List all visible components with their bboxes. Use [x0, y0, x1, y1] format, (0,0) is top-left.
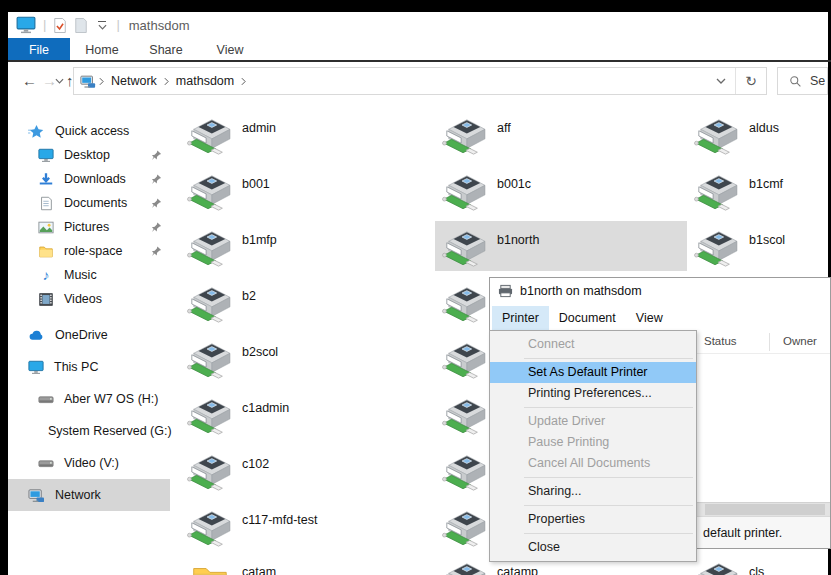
printer-dropdown-menu: Connect Set As Default Printer Printing … — [489, 330, 697, 562]
search-text: Se — [810, 74, 825, 88]
printer-tile[interactable]: admin — [180, 109, 432, 159]
tab-file[interactable]: File — [8, 38, 70, 62]
network-printer-icon — [441, 451, 487, 493]
refresh-icon[interactable]: ↻ — [736, 73, 766, 89]
recent-locations-chevron-icon[interactable] — [55, 78, 64, 84]
menu-separator — [524, 358, 693, 359]
sidebar-item-desktop[interactable]: Desktop — [8, 143, 170, 167]
pin-icon — [151, 246, 162, 257]
folder-tile[interactable]: catam — [180, 553, 432, 575]
menu-item-close[interactable]: Close — [490, 537, 696, 558]
breadcrumb-network[interactable]: Network — [107, 74, 161, 88]
folder-icon — [186, 559, 232, 575]
scrollbar-thumb[interactable] — [705, 504, 825, 515]
tab-view[interactable]: View — [198, 38, 262, 62]
sidebar-item-videos[interactable]: Videos — [8, 287, 170, 311]
printer-icon — [498, 284, 513, 298]
menu-item-printing-preferences[interactable]: Printing Preferences... — [490, 383, 696, 404]
hard-drive-icon — [38, 392, 54, 407]
downloads-icon — [38, 172, 54, 187]
printer-tile[interactable]: b1scol — [687, 221, 831, 271]
sidebar-item-aber-w7-os[interactable]: Aber W7 OS (H:) — [8, 383, 170, 415]
quick-access-star-icon — [28, 124, 45, 139]
back-button[interactable]: ← — [22, 62, 37, 98]
printer-tile[interactable]: b2scol — [180, 333, 432, 383]
address-row: ← → ↑ Network mathsdom ↻ Se — [8, 62, 828, 98]
sidebar-item-role-space[interactable]: role-space — [8, 239, 170, 263]
network-icon — [28, 488, 45, 503]
properties-quick-access-icon[interactable] — [53, 17, 67, 34]
sidebar-item-pictures[interactable]: Pictures — [8, 215, 170, 239]
onedrive-cloud-icon — [28, 328, 45, 343]
column-header-status[interactable]: Status — [704, 335, 737, 347]
pictures-icon — [38, 220, 54, 235]
sidebar-item-video-drive[interactable]: Video (V:) — [8, 447, 170, 479]
printer-tile[interactable]: b1cmf — [687, 165, 831, 215]
printer-tile[interactable]: b2 — [180, 277, 432, 327]
network-printer-icon — [441, 227, 487, 269]
menu-separator — [524, 505, 693, 506]
printer-tile[interactable]: c117-mfd-test — [180, 501, 432, 551]
printer-tile[interactable]: b001 — [180, 165, 432, 215]
network-printer-icon — [441, 171, 487, 213]
tab-share[interactable]: Share — [134, 38, 198, 62]
breadcrumb-chevron-icon — [238, 77, 249, 86]
separator: | — [116, 12, 119, 38]
sidebar-item-this-pc[interactable]: This PC — [8, 351, 170, 383]
menu-item-set-as-default-printer[interactable]: Set As Default Printer — [490, 362, 696, 383]
search-icon — [789, 75, 802, 88]
pin-icon — [151, 198, 162, 209]
network-printer-icon — [186, 395, 232, 437]
menu-separator — [524, 533, 693, 534]
sidebar-item-documents[interactable]: Documents — [8, 191, 170, 215]
printer-tile[interactable]: c1admin — [180, 389, 432, 439]
network-printer-icon — [186, 171, 232, 213]
pin-icon — [151, 150, 162, 161]
network-printer-icon — [186, 227, 232, 269]
menu-view[interactable]: View — [626, 306, 673, 330]
sidebar-item-downloads[interactable]: Downloads — [8, 167, 170, 191]
printer-tile[interactable]: b1mfp — [180, 221, 432, 271]
printer-tile[interactable]: cls — [687, 553, 831, 575]
sidebar-item-quick-access[interactable]: Quick access — [8, 119, 170, 143]
menu-item-properties[interactable]: Properties — [490, 509, 696, 530]
address-dropdown-chevron-icon[interactable] — [707, 78, 735, 84]
queue-menu-bar: Printer Document View — [490, 304, 830, 331]
pin-icon — [151, 174, 162, 185]
network-printer-icon — [186, 283, 232, 325]
music-note-icon: ♪ — [38, 267, 54, 283]
breadcrumb-mathsdom[interactable]: mathsdom — [172, 74, 238, 88]
search-input[interactable]: Se — [777, 67, 828, 95]
column-header-owner[interactable]: Owner — [783, 335, 817, 347]
sidebar-item-music[interactable]: ♪ Music — [8, 263, 170, 287]
sidebar-item-onedrive[interactable]: OneDrive — [8, 319, 170, 351]
column-divider[interactable] — [769, 333, 770, 351]
network-printer-icon — [441, 507, 487, 549]
sidebar-item-system-reserved[interactable]: System Reserved (G:) — [8, 415, 170, 447]
desktop-icon — [38, 148, 54, 163]
screenshot-root: | | mathsdom File Home Share View ← → ↑ — [0, 0, 831, 575]
network-printer-icon — [186, 115, 232, 157]
customize-quick-access-toolbar-icon[interactable] — [95, 21, 109, 30]
menu-separator — [524, 477, 693, 478]
menu-item-sharing[interactable]: Sharing... — [490, 481, 696, 502]
sidebar-item-network[interactable]: Network — [8, 479, 170, 511]
navigation-pane: Quick access Desktop Downloads Documents… — [8, 98, 170, 575]
menu-document[interactable]: Document — [549, 306, 626, 330]
network-printer-icon — [186, 339, 232, 381]
printer-tile-selected[interactable]: b1north — [435, 221, 687, 271]
tab-home[interactable]: Home — [70, 38, 134, 62]
printer-tile[interactable]: c102 — [180, 445, 432, 495]
queue-title-bar: b1north on mathsdom — [490, 278, 830, 304]
menu-printer[interactable]: Printer — [492, 306, 549, 330]
printer-tile[interactable]: aff — [435, 109, 687, 159]
network-printer-icon — [441, 283, 487, 325]
breadcrumb-chevron-icon — [96, 77, 107, 86]
printer-tile[interactable]: aldus — [687, 109, 831, 159]
printer-tile[interactable]: b001c — [435, 165, 687, 215]
new-folder-quick-access-icon[interactable] — [74, 17, 88, 34]
network-printer-icon — [693, 171, 739, 213]
address-bar[interactable]: Network mathsdom ↻ — [73, 67, 767, 95]
network-printer-icon — [441, 559, 487, 575]
network-location-icon — [80, 74, 96, 89]
